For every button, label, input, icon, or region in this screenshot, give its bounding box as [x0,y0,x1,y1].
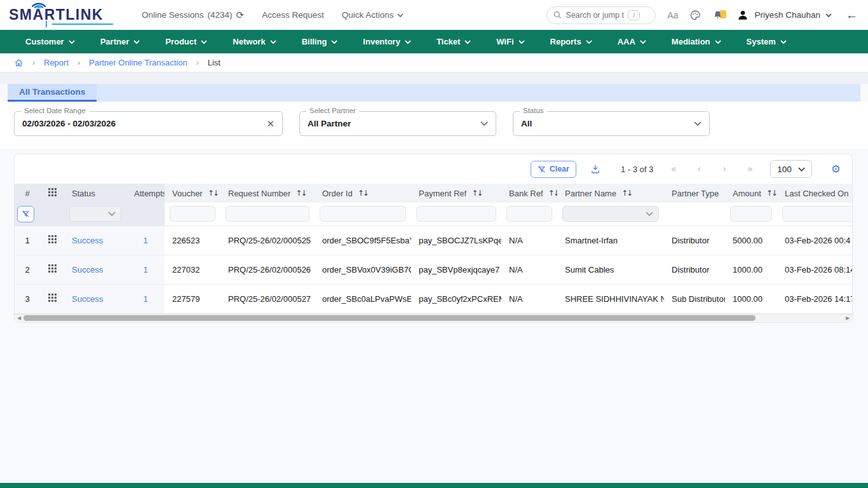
partner-select[interactable]: Select Partner All Partner [299,111,496,136]
nav-item-ticket[interactable]: Ticket [426,37,486,46]
page-size-select[interactable]: 100 [770,160,812,178]
column-header-attempts: Attempts [126,184,165,203]
notifications-bell-icon[interactable] [712,9,725,22]
sort-icon[interactable]: ↑↓ [548,189,557,198]
column-settings-gear-icon[interactable]: ⚙ [831,163,841,175]
column-header-request-number[interactable]: Request Number↑↓ [220,184,315,203]
sort-icon[interactable]: ↑↓ [208,189,218,198]
chevron-down-icon [780,40,787,44]
request-number-filter-input[interactable] [226,206,309,222]
status-link[interactable]: Success [72,294,103,304]
online-sessions-label: Online Sessions [142,10,204,20]
previous-page-button[interactable]: ‹ [686,163,712,175]
column-header-voucher[interactable]: Voucher↑↓ [165,184,220,203]
status-select[interactable]: Status All [513,111,710,136]
scrollbar-track[interactable] [22,315,844,321]
voucher-filter-input[interactable] [170,206,215,222]
table-row: 2 Success 1 227032 PRQ/25-26/02/000526 o… [15,255,852,284]
user-name: Priyesh Chauhan [754,10,820,20]
partner-name-filter-select[interactable] [562,206,659,222]
column-header-payment-ref[interactable]: Payment Ref↑↓ [411,184,501,203]
attempts-link[interactable]: 1 [143,236,147,245]
column-header-order-id[interactable]: Order Id↑↓ [315,184,411,203]
column-header-status: Status [64,184,126,203]
cell-attempts: 1 [126,255,165,284]
cell-bank-ref: N/A [501,255,557,284]
row-actions-grid-icon[interactable] [40,284,64,313]
filter-cell-request-number [220,203,315,226]
filter-cell-voucher [165,203,220,226]
theme-palette-icon[interactable] [689,10,701,21]
scroll-left-arrow[interactable]: ◀ [16,315,22,321]
clear-filters-button[interactable]: Clear [531,161,576,178]
pagination-controls: « ‹ › » [661,163,763,175]
next-page-button[interactable]: › [712,163,737,175]
amount-filter-input[interactable] [730,206,772,222]
search-input[interactable] [566,11,624,20]
refresh-icon[interactable]: ⟳ [236,10,245,21]
tab-all-transactions[interactable]: All Transactions [8,84,97,102]
smartlink-logo[interactable]: SM A RTLINK [9,8,104,22]
clear-date-icon[interactable]: ✕ [266,118,275,130]
column-header-amount[interactable]: Amount↑↓ [725,184,777,203]
order-id-filter-input[interactable] [320,206,406,222]
nav-item-customer[interactable]: Customer [15,37,90,46]
status-link[interactable]: Success [72,265,103,274]
column-header-last-checked-on: Last Checked On [777,184,852,203]
status-select-value: All [521,119,694,128]
nav-item-reports[interactable]: Reports [540,37,607,46]
column-header-bank-ref[interactable]: Bank Ref↑↓ [501,184,557,203]
last-page-button[interactable]: » [737,163,763,175]
column-header-partner-name[interactable]: Partner Name↑↓ [557,184,664,203]
last-checked-on-filter-input[interactable] [782,206,852,222]
global-search[interactable]: / [546,6,656,24]
date-range-label: Select Date Range [21,107,89,114]
nav-item-inventory[interactable]: Inventory [353,37,426,46]
first-page-button[interactable]: « [661,163,686,175]
sort-icon[interactable]: ↑↓ [766,189,776,198]
scroll-right-arrow[interactable]: ▶ [844,315,851,321]
quick-actions-menu[interactable]: Quick Actions [342,10,404,20]
attempts-link[interactable]: 1 [143,294,147,304]
filter-cell-actions [40,203,64,226]
status-link[interactable]: Success [72,236,103,245]
user-menu[interactable]: Priyesh Chauhan [736,9,832,22]
nav-item-wifi[interactable]: WiFi [486,37,539,46]
back-arrow-icon[interactable]: ← [846,8,858,22]
nav-item-product[interactable]: Product [155,37,222,46]
date-range-field[interactable]: Select Date Range 02/03/2026 - 02/03/202… [14,111,283,136]
nav-item-aaa[interactable]: AAA [607,37,661,46]
table-container: # Status Attempts Voucher↑↓ Request Numb… [15,184,852,314]
scrollbar-thumb[interactable] [24,315,756,321]
status-filter-select[interactable] [69,206,121,222]
horizontal-scrollbar[interactable]: ◀ ▶ [15,314,852,322]
nav-item-partner[interactable]: Partner [90,37,156,46]
breadcrumb-link-partner-online-transaction[interactable]: Partner Online Transaction [89,58,187,67]
sort-icon[interactable]: ↑↓ [471,189,482,198]
bank-ref-filter-input[interactable] [506,206,552,222]
row-actions-grid-icon[interactable] [40,255,64,284]
attempts-link[interactable]: 1 [143,265,147,274]
online-sessions[interactable]: Online Sessions (4234) ⟳ [142,10,244,21]
font-size-toggle[interactable]: Aa [667,10,678,20]
cell-partner-type: Distributor [664,226,725,255]
download-icon[interactable] [590,164,600,174]
cell-bank-ref: N/A [501,284,557,313]
cell-amount: 1000.00 [725,284,777,313]
cell-voucher: 226523 [165,226,220,255]
sort-icon[interactable]: ↑↓ [621,189,632,198]
nav-item-billing[interactable]: Billing [292,37,353,46]
nav-item-system[interactable]: System [736,37,802,46]
nav-item-network[interactable]: Network [222,37,291,46]
row-actions-grid-icon[interactable] [40,226,64,255]
payment-ref-filter-input[interactable] [416,206,496,222]
nav-item-mediation[interactable]: Mediation [661,37,736,46]
sort-icon[interactable]: ↑↓ [295,189,306,198]
home-icon[interactable] [14,58,24,67]
chevron-down-icon [201,40,207,44]
breadcrumb-link-report[interactable]: Report [44,58,69,67]
cell-last-checked-on: 03-Feb-2026 00:4 [777,226,852,255]
access-request-link[interactable]: Access Request [262,10,324,20]
filter-off-button[interactable] [17,206,34,222]
sort-icon[interactable]: ↑↓ [358,189,368,198]
